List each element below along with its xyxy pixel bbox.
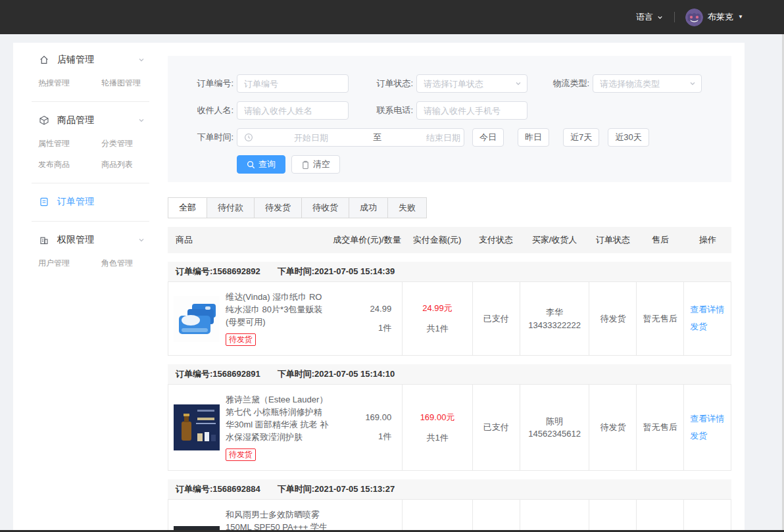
action-link[interactable]: 发货	[690, 431, 707, 442]
order-status-value[interactable]	[416, 74, 527, 93]
username: 布莱克	[708, 11, 733, 23]
search-button[interactable]: 查询	[237, 155, 285, 174]
sidebar: 店铺管理热搜管理轮播图管理商品管理属性管理分类管理发布商品商品列表订单管理权限管…	[13, 43, 155, 532]
filter-panel: 订单编号: 订单状态: 物流类型: 收件人名: 联系电话: 下单时间:	[168, 56, 731, 182]
aftersale-cell: 暂无售后	[636, 282, 683, 355]
sidebar-item-permission[interactable]: 权限管理	[38, 233, 145, 247]
action-link[interactable]: 发货	[690, 322, 707, 333]
quick-range-last-30-days[interactable]: 近30天	[608, 128, 649, 147]
divider	[32, 101, 149, 102]
quantity: 1件	[378, 431, 391, 443]
date-range-separator: 至	[369, 132, 385, 143]
order-no-input[interactable]	[237, 74, 349, 93]
tab-failed[interactable]: 失败	[387, 197, 427, 218]
actions-cell: 查看详情发货	[683, 282, 731, 355]
sidebar-item-label: 商品管理	[57, 114, 137, 126]
recipient-label: 收件人名:	[186, 105, 233, 116]
paid-total: 共1件	[426, 432, 448, 444]
column-header: 售后	[637, 234, 684, 246]
tab-pending-receipt[interactable]: 待收货	[301, 197, 349, 218]
sidebar-subitem[interactable]: 商品列表	[101, 159, 145, 170]
shipment-status-badge: 待发货	[226, 448, 256, 462]
quick-range-last-7-days[interactable]: 近7天	[563, 128, 599, 147]
clear-button-label: 清空	[313, 158, 330, 170]
order-number: 订单编号:1568692891	[176, 368, 260, 380]
sidebar-subitem[interactable]: 用户管理	[38, 258, 88, 269]
order-status-cell: 待发货	[589, 282, 636, 355]
order-group: 订单编号:1568692884下单时间:2021-07-05 15:13:27和…	[168, 479, 731, 532]
logistics-type-value[interactable]	[593, 74, 702, 93]
product-image	[174, 296, 220, 342]
order-status-cell: 待发货	[589, 385, 636, 470]
sidebar-subitem[interactable]: 发布商品	[38, 159, 88, 170]
order-row: 雅诗兰黛（Estee Lauder）第七代 小棕瓶特润修护精华30ml 面部精华…	[168, 384, 731, 471]
filter-actions-row: 查询 清空	[186, 155, 731, 174]
order-time: 下单时间:2021-07-05 15:14:39	[278, 266, 395, 278]
sidebar-submenu: 用户管理角色管理	[38, 258, 145, 269]
order-group: 订单编号:1568692891下单时间:2021-07-05 15:14:10雅…	[168, 364, 731, 471]
action-link[interactable]: 查看详情	[690, 414, 724, 425]
tab-success[interactable]: 成功	[349, 197, 388, 218]
language-menu[interactable]: 语言	[636, 11, 664, 23]
filter-row-3: 下单时间: 至 今日昨日近7天近30天	[186, 128, 731, 147]
order-status: 待发货	[600, 313, 625, 325]
recipient-input[interactable]	[237, 101, 349, 120]
sidebar-item-label: 店铺管理	[57, 54, 137, 66]
sidebar-subitem[interactable]: 热搜管理	[38, 78, 88, 89]
chevron-down-icon	[137, 56, 145, 64]
quick-range-buttons: 今日昨日近7天近30天	[464, 128, 649, 147]
sidebar-subitem[interactable]: 角色管理	[101, 258, 145, 269]
paid-amount: 24.99元	[422, 302, 453, 314]
tab-all[interactable]: 全部	[168, 197, 207, 218]
shipment-status-badge: 待发货	[226, 333, 256, 347]
paid-total: 共1件	[426, 323, 448, 335]
order-status-select[interactable]	[416, 74, 527, 93]
search-icon	[247, 160, 255, 169]
logistics-type-select[interactable]	[593, 74, 702, 93]
tab-pending-shipment[interactable]: 待发货	[254, 197, 302, 218]
table-header: 商品成交单价(元)/数量实付金额(元)支付状态买家/收货人订单状态售后操作	[168, 227, 731, 253]
order-status-label: 订单状态:	[366, 78, 413, 89]
sidebar-item-shop[interactable]: 店铺管理	[38, 53, 145, 66]
date-range-picker[interactable]: 至	[237, 128, 464, 147]
cube-icon	[38, 115, 49, 126]
sidebar-subitem[interactable]: 属性管理	[38, 138, 88, 149]
start-date-input[interactable]	[253, 130, 369, 145]
main-content: 订单编号: 订单状态: 物流类型: 收件人名: 联系电话: 下单时间:	[155, 43, 745, 532]
sidebar-item-product[interactable]: 商品管理	[38, 114, 145, 127]
clear-button[interactable]: 清空	[291, 155, 340, 174]
order-row: 维达(Vinda) 湿巾纸巾 RO纯水湿巾 80片*3包量贩装(母婴可用)待发货…	[168, 281, 731, 356]
pay-status: 已支付	[483, 313, 509, 325]
quick-range-yesterday[interactable]: 昨日	[518, 128, 549, 147]
sidebar-subitem[interactable]: 轮播图管理	[101, 78, 145, 89]
buyer-phone: 13433322222	[528, 319, 581, 332]
order-time: 下单时间:2021-07-05 15:13:27	[278, 483, 395, 495]
buyer-name: 陈明	[546, 415, 563, 428]
tab-pending-payment[interactable]: 待付款	[207, 197, 255, 218]
pay-status: 已支付	[483, 422, 509, 433]
aftersale-cell: 暂无售后	[636, 500, 683, 532]
order-status-cell: 待发货	[589, 500, 636, 532]
aftersale-status: 暂无售后	[643, 313, 677, 325]
topbar: 语言 布莱克 ▼	[0, 0, 784, 34]
filter-row-2: 收件人名: 联系电话:	[186, 101, 731, 120]
product-info: 维达(Vinda) 湿巾纸巾 RO纯水湿巾 80片*3包量贩装(母婴可用)待发货	[226, 291, 328, 346]
quick-range-today[interactable]: 今日	[472, 128, 504, 147]
pay-status-cell: 已支付	[472, 282, 520, 355]
actions-cell: 查看详情发货	[683, 500, 731, 532]
action-link[interactable]: 查看详情	[690, 304, 724, 316]
column-header: 买家/收货人	[520, 234, 589, 246]
unit-price-cell: 89.001件	[332, 500, 402, 532]
sidebar-item-order[interactable]: 订单管理	[38, 195, 145, 208]
unit-price: 24.99	[370, 304, 392, 314]
clipboard-icon	[301, 160, 310, 169]
quantity: 1件	[378, 322, 391, 334]
phone-input[interactable]	[416, 101, 527, 120]
avatar	[685, 9, 703, 26]
logistics-type-label: 物流类型:	[542, 78, 589, 89]
sidebar-subitem[interactable]: 分类管理	[101, 138, 145, 149]
user-menu[interactable]: 布莱克 ▼	[685, 9, 743, 26]
clock-icon	[244, 133, 253, 142]
paid-amount-cell: 169.00元共1件	[402, 385, 472, 470]
product-cell: 雅诗兰黛（Estee Lauder）第七代 小棕瓶特润修护精华30ml 面部精华…	[168, 385, 332, 470]
